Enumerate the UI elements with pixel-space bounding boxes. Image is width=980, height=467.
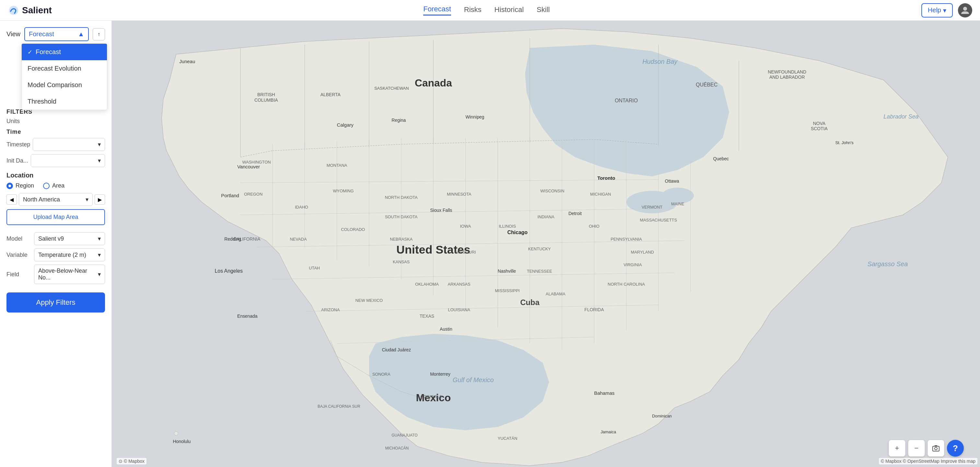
area-radio-button[interactable] — [43, 183, 49, 189]
dropdown-threshold-label: Threshold — [27, 98, 56, 105]
sidebar: View Forecast ▲ ↑ ✓ Forecast Forecast Ev… — [0, 21, 112, 467]
init-date-chevron-icon: ▾ — [98, 157, 101, 164]
svg-text:MISSISSIPPI: MISSISSIPPI — [495, 288, 520, 293]
apply-filters-button[interactable]: Apply Filters — [6, 292, 105, 313]
model-label: Model — [6, 235, 31, 242]
location-title: Location — [6, 172, 105, 179]
region-dropdown[interactable]: North America ▾ — [19, 193, 93, 206]
svg-text:MARYLAND: MARYLAND — [631, 250, 654, 254]
nav-historical[interactable]: Historical — [495, 5, 524, 15]
dropdown-item-forecast[interactable]: ✓ Forecast — [22, 44, 107, 60]
field-dropdown[interactable]: Above-Below-Near No... ▾ — [34, 265, 105, 284]
svg-text:WYOMING: WYOMING — [333, 189, 353, 193]
dropdown-item-threshold[interactable]: Threshold — [22, 93, 107, 110]
upload-map-area-button[interactable]: Upload Map Area — [6, 209, 105, 225]
svg-text:Regina: Regina — [391, 118, 406, 123]
user-avatar[interactable] — [958, 3, 972, 17]
svg-text:Chicago: Chicago — [507, 230, 528, 235]
dropdown-item-model-comparison[interactable]: Model Comparison — [22, 77, 107, 93]
svg-text:IOWA: IOWA — [460, 224, 471, 229]
svg-text:TEXAS: TEXAS — [420, 313, 434, 319]
svg-text:COLORADO: COLORADO — [341, 227, 365, 232]
units-label: Units — [6, 118, 24, 125]
view-up-button[interactable]: ↑ — [93, 28, 105, 40]
region-label: Region — [16, 182, 34, 189]
dropdown-model-comparison-label: Model Comparison — [27, 81, 82, 89]
main-nav: Forecast Risks Historical Skill — [423, 5, 550, 16]
variable-dropdown[interactable]: Temperature (2 m) ▾ — [34, 248, 105, 261]
svg-text:LOUISIANA: LOUISIANA — [448, 307, 470, 312]
svg-text:BRITISH: BRITISH — [257, 92, 275, 97]
svg-text:MASSACHUSETTS: MASSACHUSETTS — [640, 218, 677, 222]
help-button[interactable]: Help ▾ — [921, 3, 953, 17]
nav-forecast[interactable]: Forecast — [423, 5, 451, 16]
svg-text:WISCONSIN: WISCONSIN — [540, 189, 564, 193]
svg-text:Detroit: Detroit — [568, 211, 582, 216]
svg-text:QUÉBEC: QUÉBEC — [696, 82, 718, 87]
svg-text:KANSAS: KANSAS — [393, 259, 410, 264]
field-label: Field — [6, 271, 31, 278]
region-radio-button[interactable] — [6, 183, 13, 189]
svg-text:GUANAJUATO: GUANAJUATO — [391, 433, 417, 438]
model-row: Model Salient v9 ▾ — [6, 232, 105, 245]
map-attribution[interactable]: © Mapbox © OpenStreetMap Improve this ma… — [879, 458, 977, 464]
map-svg: Canada United States Mexico Cuba BRITISH… — [112, 21, 980, 467]
model-section: Model Salient v9 ▾ Variable Temperature … — [6, 232, 105, 284]
svg-text:YUCATÁN: YUCATÁN — [498, 436, 517, 441]
svg-text:NEW MEXICO: NEW MEXICO — [355, 298, 383, 303]
svg-text:SONORA: SONORA — [372, 372, 390, 376]
field-selected-value: Above-Below-Near No... — [38, 267, 98, 281]
zoom-in-button[interactable]: + — [889, 440, 905, 457]
svg-text:Cuba: Cuba — [520, 298, 539, 307]
svg-text:OHIO: OHIO — [589, 224, 600, 229]
check-icon: ✓ — [27, 49, 32, 56]
map-container[interactable]: Canada United States Mexico Cuba BRITISH… — [112, 21, 980, 467]
svg-text:Honolulu: Honolulu — [173, 439, 191, 444]
nav-risks[interactable]: Risks — [464, 5, 482, 15]
svg-text:ONTARIO: ONTARIO — [615, 98, 638, 103]
svg-text:MINNESOTA: MINNESOTA — [447, 192, 471, 197]
region-next-button[interactable]: ▶ — [95, 194, 105, 205]
svg-text:NEWFOUNDLAND: NEWFOUNDLAND — [768, 69, 806, 75]
svg-text:SCOTIA: SCOTIA — [811, 126, 828, 131]
svg-text:VERMONT: VERMONT — [642, 205, 663, 210]
init-date-label: Init Da... — [6, 157, 28, 164]
svg-text:FLORIDA: FLORIDA — [584, 307, 604, 312]
variable-selected-value: Temperature (2 m) — [38, 252, 86, 259]
timestep-label: Timestep — [6, 141, 30, 148]
dropdown-forecast-evolution-label: Forecast Evolution — [27, 65, 81, 72]
zoom-out-button[interactable]: − — [908, 440, 925, 457]
svg-text:SOUTH DAKOTA: SOUTH DAKOTA — [385, 214, 418, 219]
svg-text:MAINE: MAINE — [671, 202, 684, 206]
svg-text:Winnipeg: Winnipeg — [465, 114, 484, 119]
help-circle-button[interactable]: ? — [947, 440, 964, 457]
dropdown-item-forecast-evolution[interactable]: Forecast Evolution — [22, 60, 107, 77]
svg-text:Gulf of Mexico: Gulf of Mexico — [453, 376, 494, 383]
svg-text:Calgary: Calgary — [337, 122, 354, 128]
svg-text:TENNESSEE: TENNESSEE — [527, 269, 552, 274]
logo: Salient — [8, 5, 52, 16]
svg-text:AND LABRADOR: AND LABRADOR — [769, 75, 805, 79]
area-radio[interactable]: Area — [43, 182, 65, 189]
svg-text:SASKATCHEWAN: SASKATCHEWAN — [374, 86, 409, 91]
init-date-dropdown[interactable]: ▾ — [31, 154, 105, 167]
screenshot-button[interactable] — [928, 440, 944, 457]
svg-text:INDIANA: INDIANA — [537, 214, 555, 219]
region-selected-value: North America — [23, 196, 60, 203]
map-controls: + − ? — [889, 440, 964, 457]
view-row: View Forecast ▲ ↑ — [6, 27, 105, 41]
region-radio[interactable]: Region — [6, 182, 34, 189]
svg-text:Ottawa: Ottawa — [665, 178, 679, 184]
model-dropdown[interactable]: Salient v9 ▾ — [34, 232, 105, 245]
nav-skill[interactable]: Skill — [537, 5, 550, 15]
view-dropdown-trigger[interactable]: Forecast ▲ — [24, 27, 89, 41]
svg-text:UTAH: UTAH — [309, 265, 320, 270]
svg-text:Canada: Canada — [415, 77, 452, 89]
view-chevron-up-icon: ▲ — [78, 30, 84, 38]
timestep-dropdown[interactable]: ▾ — [33, 138, 105, 151]
svg-text:Hudson Bay: Hudson Bay — [642, 58, 678, 65]
svg-text:Toronto: Toronto — [597, 176, 615, 181]
svg-text:Jamaica: Jamaica — [600, 429, 616, 434]
region-prev-button[interactable]: ◀ — [6, 194, 17, 205]
svg-text:Labrador Sea: Labrador Sea — [883, 113, 918, 120]
